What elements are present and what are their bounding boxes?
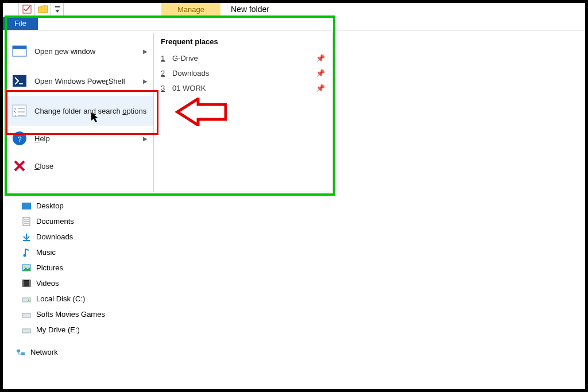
desktop-icon (21, 203, 32, 209)
svg-point-18 (24, 254, 26, 257)
drive-icon (21, 327, 32, 333)
svg-rect-21 (22, 280, 30, 286)
svg-rect-3 (13, 46, 26, 49)
help-icon: ? (11, 130, 28, 146)
menu-open-powershell[interactable]: Open Windows PowerShell ▶ (6, 66, 153, 96)
svg-rect-5 (19, 83, 23, 84)
document-icon (21, 217, 32, 226)
options-icon (11, 103, 28, 119)
music-icon (21, 248, 32, 257)
ribbon-tabs: File (3, 15, 585, 30)
powershell-icon (11, 73, 28, 89)
pin-icon[interactable]: 📌 (316, 69, 325, 77)
videos-icon (21, 280, 32, 287)
tree-softs-drive[interactable]: Softs Movies Games (21, 306, 136, 322)
file-menu: Open new window ▶ Open Windows PowerShel… (5, 33, 332, 192)
svg-point-20 (24, 266, 26, 268)
frequent-place-item[interactable]: 2 Downloads 📌 (161, 65, 325, 80)
download-icon (21, 232, 32, 242)
menu-label: Help (34, 134, 136, 143)
tree-desktop[interactable]: Desktop (21, 198, 136, 214)
drive-icon (21, 296, 32, 302)
svg-rect-23 (29, 280, 30, 286)
pin-icon[interactable]: 📌 (316, 84, 325, 92)
frequent-places-pane: Frequent places 1 G-Drive 📌 2 Downloads … (154, 33, 332, 192)
tree-music[interactable]: Music (21, 244, 136, 260)
menu-label: Change folder and search options (34, 107, 148, 115)
chevron-right-icon: ▶ (143, 135, 148, 142)
pictures-icon (21, 264, 32, 271)
svg-rect-4 (13, 75, 26, 87)
qa-blank (3, 3, 19, 15)
svg-text:?: ? (17, 135, 21, 143)
window-title: New folder (220, 5, 280, 14)
tree-network[interactable]: Network (16, 344, 136, 360)
svg-rect-27 (22, 329, 30, 333)
tree-downloads[interactable]: Downloads (21, 229, 136, 244)
qa-dropdown-icon[interactable] (51, 3, 64, 15)
svg-rect-28 (17, 350, 20, 352)
frequent-place-item[interactable]: 1 G-Drive 📌 (161, 51, 325, 65)
menu-help[interactable]: ? Help ▶ (6, 126, 153, 151)
svg-rect-29 (21, 352, 25, 355)
title-strip: Manage New folder (3, 3, 585, 15)
tree-documents[interactable]: Documents (21, 214, 136, 229)
tree-local-disk-c[interactable]: Local Disk (C:) (21, 291, 136, 306)
menu-label: Open new window (34, 47, 136, 56)
svg-rect-1 (55, 6, 60, 7)
tree-pictures[interactable]: Pictures (21, 260, 136, 275)
qa-properties-icon[interactable] (19, 3, 35, 15)
frequent-places-heading: Frequent places (161, 37, 325, 46)
tree-my-drive-e[interactable]: My Drive (E:) (21, 322, 136, 337)
folder-icon (35, 3, 51, 15)
svg-rect-25 (28, 300, 29, 301)
chevron-right-icon: ▶ (143, 48, 148, 55)
menu-close[interactable]: Close (6, 151, 153, 181)
pin-icon[interactable]: 📌 (316, 54, 325, 63)
window-icon (11, 43, 28, 59)
svg-rect-26 (22, 313, 30, 317)
menu-label: Close (34, 162, 148, 170)
chevron-right-icon: ▶ (143, 78, 148, 84)
svg-rect-22 (22, 280, 24, 286)
file-tab[interactable]: File (3, 17, 38, 30)
menu-label: Open Windows PowerShell (34, 77, 136, 86)
drive-icon (21, 311, 32, 318)
svg-rect-12 (22, 203, 31, 209)
tree-videos[interactable]: Videos (21, 275, 136, 291)
close-icon (11, 158, 28, 174)
network-icon (16, 348, 26, 356)
window-frame: Manage New folder File Open new window ▶… (0, 0, 588, 392)
file-menu-commands: Open new window ▶ Open Windows PowerShel… (6, 33, 154, 192)
menu-change-folder-options[interactable]: Change folder and search options (6, 96, 153, 126)
manage-tab[interactable]: Manage (161, 3, 220, 15)
menu-open-new-window[interactable]: Open new window ▶ (6, 36, 153, 66)
navigation-tree: Desktop Documents Downloads Music Pictur… (21, 198, 136, 360)
frequent-place-item[interactable]: 3 01 WORK 📌 (161, 80, 325, 95)
